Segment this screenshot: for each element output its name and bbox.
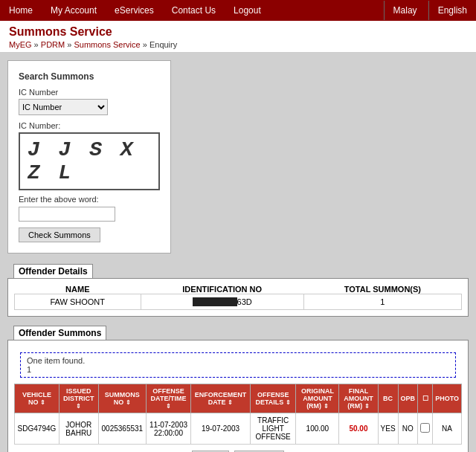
opb-cell: NO bbox=[398, 413, 418, 445]
summons-data-row: SDG4794G JOHOR BAHRU 0025365531 11-07-20… bbox=[15, 413, 462, 445]
found-info-box: One item found. 1 bbox=[20, 352, 456, 378]
main-content: Search Summons IC Number IC Number Passp… bbox=[0, 53, 476, 452]
lang-english[interactable]: English bbox=[428, 1, 476, 20]
vehicle-no-cell: SDG4794G bbox=[15, 413, 60, 445]
col-offense-datetime: OFFENSE DATE/TIME ⇕ bbox=[146, 384, 190, 413]
breadcrumb-summons[interactable]: Summons Service bbox=[74, 40, 140, 49]
offender-summons-inner: One item found. 1 VEHICLE NO ⇕ ISSUED DI… bbox=[7, 340, 469, 452]
page-header: Summons Service MyEG » PDRM » Summons Se… bbox=[0, 21, 476, 53]
search-title: Search Summons bbox=[19, 71, 160, 82]
enter-word-label: Enter the above word: bbox=[19, 195, 160, 204]
offender-details-table: NAME IDENTIFICATION NO TOTAL SUMMON(S) F… bbox=[14, 285, 462, 310]
col-enforcement-date: ENFORCEMENT DATE ⇕ bbox=[191, 384, 251, 413]
col-summons-no: SUMMONS NO ⇕ bbox=[98, 384, 146, 413]
offender-name: FAW SHOONT bbox=[15, 294, 141, 310]
id-redacted bbox=[193, 297, 237, 306]
bc-cell: YES bbox=[378, 413, 398, 445]
col-offense-details: OFFENSE DETAILS ⇕ bbox=[250, 384, 296, 413]
page-title: Summons Service bbox=[9, 25, 467, 39]
col-original-amount: ORIGINAL AMOUNT (RM) ⇕ bbox=[296, 384, 339, 413]
offender-details-inner: NAME IDENTIFICATION NO TOTAL SUMMON(S) F… bbox=[7, 278, 469, 317]
breadcrumb-pdrm[interactable]: PDRM bbox=[41, 40, 65, 49]
final-amount-cell: 50.00 bbox=[339, 413, 378, 445]
summons-table: VEHICLE NO ⇕ ISSUED DISTRICT ⇕ SUMMONS N… bbox=[14, 384, 462, 445]
nav-logout[interactable]: Logout bbox=[225, 1, 270, 20]
lang-malay[interactable]: Malay bbox=[384, 1, 426, 20]
offense-details-cell: TRAFFIC LIGHT OFFENSE bbox=[250, 413, 296, 445]
col-checkbox: ☐ bbox=[418, 384, 433, 413]
nav-contact-us[interactable]: Contact Us bbox=[163, 1, 225, 20]
col-id: IDENTIFICATION NO bbox=[141, 285, 303, 294]
found-count: 1 bbox=[27, 365, 449, 374]
col-total: TOTAL SUMMON(S) bbox=[303, 285, 461, 294]
offender-details-title: Offender Details bbox=[13, 264, 93, 279]
nav-my-account[interactable]: My Account bbox=[42, 1, 106, 20]
breadcrumb: MyEG » PDRM » Summons Service » Enquiry bbox=[9, 40, 467, 49]
language-section: Malay English bbox=[384, 1, 476, 20]
row-checkbox[interactable] bbox=[420, 423, 430, 433]
summons-no-cell: 0025365531 bbox=[98, 413, 146, 445]
offender-details-section: Offender Details NAME IDENTIFICATION NO … bbox=[7, 264, 469, 317]
offender-summons-section: Offender Summons One item found. 1 VEHIC… bbox=[7, 326, 469, 452]
col-name: NAME bbox=[15, 285, 141, 294]
offender-total: 1 bbox=[303, 294, 461, 310]
summons-header-row: VEHICLE NO ⇕ ISSUED DISTRICT ⇕ SUMMONS N… bbox=[15, 384, 462, 413]
col-final-amount: FINAL AMOUNT (RM) ⇕ bbox=[339, 384, 378, 413]
found-text: One item found. bbox=[27, 356, 449, 365]
enforcement-date-cell: 19-07-2003 bbox=[191, 413, 251, 445]
col-opb: OPB bbox=[398, 384, 418, 413]
captcha-text: J J S X Z L bbox=[28, 138, 136, 184]
ic-number-label: IC Number: bbox=[19, 121, 160, 130]
offense-datetime-cell: 11-07-2003 22:00:00 bbox=[146, 413, 190, 445]
col-vehicle-no: VEHICLE NO ⇕ bbox=[15, 384, 60, 413]
breadcrumb-enquiry: Enquiry bbox=[149, 40, 177, 49]
col-bc: BC bbox=[378, 384, 398, 413]
nav-eservices[interactable]: eServices bbox=[106, 1, 163, 20]
offender-row: FAW SHOONT 63D 1 bbox=[15, 294, 462, 310]
dropdown-label: IC Number bbox=[19, 88, 160, 97]
check-summons-button[interactable]: Check Summons bbox=[19, 227, 100, 242]
captcha-input[interactable] bbox=[19, 207, 115, 222]
breadcrumb-myeg[interactable]: MyEG bbox=[9, 40, 32, 49]
issued-district-cell: JOHOR BAHRU bbox=[59, 413, 98, 445]
checkbox-cell[interactable] bbox=[418, 413, 433, 445]
photo-cell: NA bbox=[433, 413, 462, 445]
offender-summons-title: Offender Summons bbox=[13, 326, 106, 340]
navbar: Home My Account eServices Contact Us Log… bbox=[0, 0, 476, 21]
search-summons-box: Search Summons IC Number IC Number Passp… bbox=[7, 60, 171, 254]
original-amount-cell: 100.00 bbox=[296, 413, 339, 445]
offender-id: 63D bbox=[141, 294, 303, 310]
captcha-image: J J S X Z L bbox=[19, 132, 160, 190]
col-photo: PHOTO bbox=[433, 384, 462, 413]
button-row: Back Proceed bbox=[14, 445, 462, 452]
search-type-dropdown[interactable]: IC Number Passport Number bbox=[19, 99, 108, 115]
nav-home[interactable]: Home bbox=[0, 1, 42, 20]
col-issued-district: ISSUED DISTRICT ⇕ bbox=[59, 384, 98, 413]
